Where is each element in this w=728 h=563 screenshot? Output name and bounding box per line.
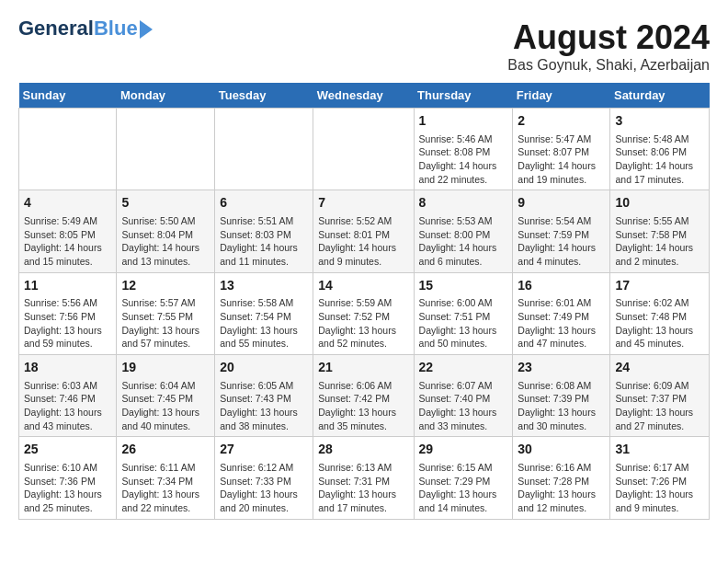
calendar-cell: 21Sunrise: 6:06 AM Sunset: 7:42 PM Dayli… (313, 355, 414, 437)
header-wednesday: Wednesday (313, 83, 414, 109)
day-number: 18 (24, 359, 111, 377)
day-number: 12 (121, 277, 210, 295)
day-info: Sunrise: 6:07 AM Sunset: 7:40 PM Dayligh… (419, 379, 508, 433)
day-info: Sunrise: 6:00 AM Sunset: 7:51 PM Dayligh… (419, 296, 508, 350)
day-number: 11 (24, 277, 111, 295)
day-info: Sunrise: 5:58 AM Sunset: 7:54 PM Dayligh… (220, 296, 308, 350)
header-friday: Friday (513, 83, 610, 109)
day-number: 30 (518, 441, 605, 459)
day-info: Sunrise: 6:02 AM Sunset: 7:48 PM Dayligh… (615, 296, 704, 350)
day-number: 1 (419, 112, 508, 131)
calendar-week-row: 18Sunrise: 6:03 AM Sunset: 7:46 PM Dayli… (19, 355, 710, 437)
day-info: Sunrise: 6:08 AM Sunset: 7:39 PM Dayligh… (518, 379, 605, 433)
calendar-cell: 6Sunrise: 5:51 AM Sunset: 8:03 PM Daylig… (215, 190, 313, 272)
day-info: Sunrise: 6:04 AM Sunset: 7:45 PM Dayligh… (121, 379, 210, 433)
day-info: Sunrise: 5:46 AM Sunset: 8:08 PM Dayligh… (419, 132, 508, 187)
header-thursday: Thursday (414, 83, 513, 109)
calendar-cell: 7Sunrise: 5:52 AM Sunset: 8:01 PM Daylig… (313, 190, 414, 272)
header-tuesday: Tuesday (215, 83, 313, 109)
day-number: 3 (615, 112, 704, 131)
day-number: 16 (518, 277, 605, 295)
day-number: 5 (121, 194, 210, 213)
calendar-week-row: 1Sunrise: 5:46 AM Sunset: 8:08 PM Daylig… (19, 109, 710, 190)
day-info: Sunrise: 5:48 AM Sunset: 8:06 PM Dayligh… (615, 132, 704, 187)
calendar-cell: 4Sunrise: 5:49 AM Sunset: 8:05 PM Daylig… (19, 190, 117, 272)
day-number: 26 (121, 441, 210, 459)
calendar-week-row: 4Sunrise: 5:49 AM Sunset: 8:05 PM Daylig… (19, 190, 710, 272)
day-info: Sunrise: 6:15 AM Sunset: 7:29 PM Dayligh… (419, 461, 508, 515)
header-sunday: Sunday (19, 83, 117, 109)
day-number: 27 (220, 441, 308, 459)
day-info: Sunrise: 6:05 AM Sunset: 7:43 PM Dayligh… (220, 379, 308, 433)
calendar-cell: 22Sunrise: 6:07 AM Sunset: 7:40 PM Dayli… (414, 355, 513, 437)
calendar-cell (117, 109, 215, 190)
calendar-cell: 11Sunrise: 5:56 AM Sunset: 7:56 PM Dayli… (19, 272, 117, 354)
calendar-cell: 14Sunrise: 5:59 AM Sunset: 7:52 PM Dayli… (313, 272, 414, 354)
day-number: 14 (318, 277, 408, 295)
day-number: 17 (615, 277, 704, 295)
day-info: Sunrise: 5:55 AM Sunset: 7:58 PM Dayligh… (615, 214, 704, 269)
calendar-cell: 8Sunrise: 5:53 AM Sunset: 8:00 PM Daylig… (414, 190, 513, 272)
day-number: 9 (518, 194, 605, 213)
calendar-cell: 26Sunrise: 6:11 AM Sunset: 7:34 PM Dayli… (117, 437, 215, 519)
calendar-cell: 2Sunrise: 5:47 AM Sunset: 8:07 PM Daylig… (513, 109, 610, 190)
day-number: 6 (220, 194, 308, 213)
day-info: Sunrise: 5:59 AM Sunset: 7:52 PM Dayligh… (318, 296, 408, 350)
day-info: Sunrise: 6:09 AM Sunset: 7:37 PM Dayligh… (615, 379, 704, 433)
header-saturday: Saturday (610, 83, 710, 109)
logo: GeneralBlue (18, 18, 153, 39)
calendar-cell: 28Sunrise: 6:13 AM Sunset: 7:31 PM Dayli… (313, 437, 414, 519)
calendar-cell: 19Sunrise: 6:04 AM Sunset: 7:45 PM Dayli… (117, 355, 215, 437)
day-info: Sunrise: 6:17 AM Sunset: 7:26 PM Dayligh… (615, 461, 704, 515)
calendar-cell: 5Sunrise: 5:50 AM Sunset: 8:04 PM Daylig… (117, 190, 215, 272)
day-info: Sunrise: 5:53 AM Sunset: 8:00 PM Dayligh… (419, 214, 508, 269)
calendar-cell: 30Sunrise: 6:16 AM Sunset: 7:28 PM Dayli… (513, 437, 610, 519)
logo-arrow-icon (140, 20, 153, 39)
day-number: 28 (318, 441, 408, 459)
day-info: Sunrise: 5:50 AM Sunset: 8:04 PM Dayligh… (121, 214, 210, 269)
calendar-cell (313, 109, 414, 190)
calendar-cell (215, 109, 313, 190)
day-number: 10 (615, 194, 704, 213)
calendar-subtitle: Bas Goynuk, Shaki, Azerbaijan (507, 57, 710, 74)
day-number: 7 (318, 194, 408, 213)
calendar-week-row: 25Sunrise: 6:10 AM Sunset: 7:36 PM Dayli… (19, 437, 710, 519)
day-info: Sunrise: 5:54 AM Sunset: 7:59 PM Dayligh… (518, 214, 605, 269)
calendar-week-row: 11Sunrise: 5:56 AM Sunset: 7:56 PM Dayli… (19, 272, 710, 354)
calendar-cell: 18Sunrise: 6:03 AM Sunset: 7:46 PM Dayli… (19, 355, 117, 437)
calendar-cell: 31Sunrise: 6:17 AM Sunset: 7:26 PM Dayli… (610, 437, 710, 519)
day-number: 22 (419, 359, 508, 377)
header-monday: Monday (117, 83, 215, 109)
day-number: 20 (220, 359, 308, 377)
calendar-cell: 9Sunrise: 5:54 AM Sunset: 7:59 PM Daylig… (513, 190, 610, 272)
day-number: 25 (24, 441, 111, 459)
calendar-cell: 23Sunrise: 6:08 AM Sunset: 7:39 PM Dayli… (513, 355, 610, 437)
day-number: 21 (318, 359, 408, 377)
page-header: GeneralBlue August 2024 Bas Goynuk, Shak… (18, 18, 710, 74)
day-number: 4 (24, 194, 111, 213)
day-number: 31 (615, 441, 704, 459)
calendar-cell: 1Sunrise: 5:46 AM Sunset: 8:08 PM Daylig… (414, 109, 513, 190)
day-number: 13 (220, 277, 308, 295)
calendar-cell: 20Sunrise: 6:05 AM Sunset: 7:43 PM Dayli… (215, 355, 313, 437)
day-number: 2 (518, 112, 605, 131)
day-number: 19 (121, 359, 210, 377)
title-block: August 2024 Bas Goynuk, Shaki, Azerbaija… (507, 18, 710, 74)
calendar-cell: 17Sunrise: 6:02 AM Sunset: 7:48 PM Dayli… (610, 272, 710, 354)
calendar-cell: 16Sunrise: 6:01 AM Sunset: 7:49 PM Dayli… (513, 272, 610, 354)
day-info: Sunrise: 5:49 AM Sunset: 8:05 PM Dayligh… (24, 214, 111, 269)
day-number: 24 (615, 359, 704, 377)
day-info: Sunrise: 6:01 AM Sunset: 7:49 PM Dayligh… (518, 296, 605, 350)
day-info: Sunrise: 5:47 AM Sunset: 8:07 PM Dayligh… (518, 132, 605, 187)
logo-text: GeneralBlue (18, 18, 138, 39)
calendar-cell: 25Sunrise: 6:10 AM Sunset: 7:36 PM Dayli… (19, 437, 117, 519)
day-info: Sunrise: 6:16 AM Sunset: 7:28 PM Dayligh… (518, 461, 605, 515)
day-info: Sunrise: 5:52 AM Sunset: 8:01 PM Dayligh… (318, 214, 408, 269)
calendar-cell (19, 109, 117, 190)
calendar-cell: 24Sunrise: 6:09 AM Sunset: 7:37 PM Dayli… (610, 355, 710, 437)
calendar-table: SundayMondayTuesdayWednesdayThursdayFrid… (18, 83, 710, 520)
calendar-cell: 13Sunrise: 5:58 AM Sunset: 7:54 PM Dayli… (215, 272, 313, 354)
calendar-cell: 10Sunrise: 5:55 AM Sunset: 7:58 PM Dayli… (610, 190, 710, 272)
calendar-cell: 27Sunrise: 6:12 AM Sunset: 7:33 PM Dayli… (215, 437, 313, 519)
day-info: Sunrise: 6:13 AM Sunset: 7:31 PM Dayligh… (318, 461, 408, 515)
